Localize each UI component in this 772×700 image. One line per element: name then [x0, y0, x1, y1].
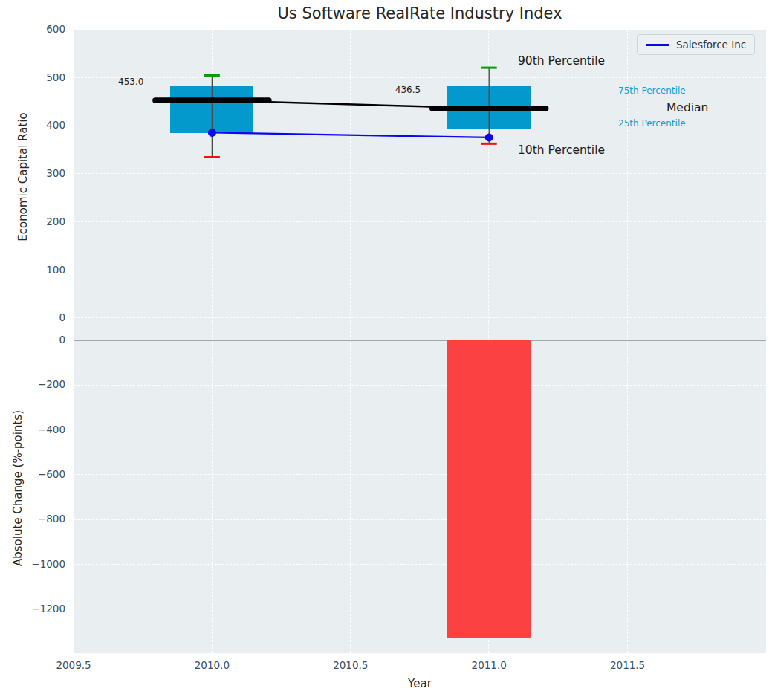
bottom-gridline--1200: [74, 609, 766, 609]
legend-salesforce[interactable]: Salesforce Inc: [637, 34, 755, 55]
bottom-y-axis-title: Absolute Change (%-points): [11, 410, 25, 566]
bottom-y-tick-label: −200: [27, 378, 65, 390]
annotation-90th-percentile: 90th Percentile: [518, 54, 605, 68]
bottom-gridline--200: [74, 385, 766, 386]
top-gridline-500: [74, 77, 766, 78]
top-gridline-600: [74, 29, 766, 30]
x-gridline-2010.5: [350, 30, 351, 653]
bottom-y-tick-label: −400: [27, 424, 65, 435]
x-axis-title: Year: [74, 677, 766, 690]
chart-title: Us Software RealRate Industry Index: [74, 4, 766, 22]
top-gridline-200: [74, 221, 766, 222]
annotation-75th-percentile: 75th Percentile: [618, 85, 686, 96]
figure: Us Software RealRate Industry Index Econ…: [0, 0, 772, 700]
bottom-gridline--800: [74, 519, 766, 520]
top-gridline-0: [74, 317, 766, 318]
bottom-y-tick-label: 0: [27, 334, 65, 346]
top-y-tick-label: 100: [27, 264, 65, 276]
top-y-tick-label: 200: [27, 215, 65, 227]
annotation-10th-percentile: 10th Percentile: [518, 143, 605, 157]
legend-label: Salesforce Inc: [676, 39, 746, 51]
bottom-y-tick-label: −1000: [27, 558, 65, 570]
x-tick-label: 2009.5: [50, 659, 97, 671]
percentile-box-2010: [170, 86, 253, 133]
median-value-label-2011: 436.5: [376, 85, 421, 95]
bottom-y-tick-label: −1200: [27, 603, 65, 615]
x-tick-label: 2010.5: [327, 659, 374, 671]
annotation-median: Median: [666, 101, 708, 114]
change-bar-2011: [447, 340, 531, 638]
bottom-gridline--600: [74, 474, 766, 475]
x-gridline-2009.5: [73, 30, 74, 653]
bottom-y-tick-label: −800: [27, 513, 65, 525]
x-tick-label: 2010.0: [188, 659, 236, 671]
annotation-25th-percentile: 25th Percentile: [618, 118, 686, 129]
top-y-tick-label: 600: [27, 23, 65, 35]
bottom-gridline--400: [74, 430, 766, 430]
top-gridline-100: [74, 270, 766, 270]
median-value-label-2010: 453.0: [99, 77, 143, 87]
x-tick-label: 2011.5: [604, 659, 652, 671]
bottom-gridline--1000: [74, 564, 766, 565]
legend-line-icon: [646, 44, 669, 46]
bottom-y-tick-label: −600: [27, 468, 65, 480]
top-y-tick-label: 400: [27, 119, 65, 131]
x-tick-label: 2011.0: [465, 659, 513, 671]
zero-line: [74, 340, 766, 341]
percentile-box-2011: [447, 86, 531, 129]
top-y-tick-label: 500: [27, 71, 65, 83]
top-y-tick-label: 300: [27, 167, 65, 179]
top-gridline-300: [74, 173, 766, 174]
top-y-tick-label: 0: [27, 311, 65, 323]
